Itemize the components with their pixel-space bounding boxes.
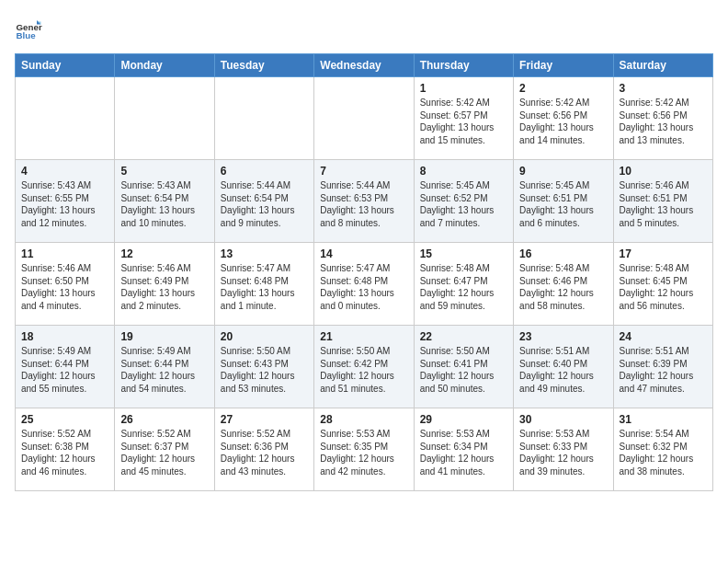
day-cell	[16, 77, 115, 160]
day-number: 2	[519, 82, 607, 95]
day-number: 18	[21, 330, 108, 343]
day-info: Sunrise: 5:45 AM Sunset: 6:52 PM Dayligh…	[420, 179, 507, 229]
day-number: 8	[420, 165, 507, 178]
day-number: 15	[420, 247, 507, 260]
day-info: Sunrise: 5:43 AM Sunset: 6:54 PM Dayligh…	[120, 179, 208, 229]
day-number: 13	[221, 247, 308, 260]
day-cell: 17Sunrise: 5:48 AM Sunset: 6:45 PM Dayli…	[613, 243, 712, 326]
day-info: Sunrise: 5:51 AM Sunset: 6:39 PM Dayligh…	[620, 345, 707, 395]
week-row-1: 1Sunrise: 5:42 AM Sunset: 6:57 PM Daylig…	[16, 77, 713, 160]
day-cell: 24Sunrise: 5:51 AM Sunset: 6:39 PM Dayli…	[613, 326, 712, 408]
day-cell: 7Sunrise: 5:44 AM Sunset: 6:53 PM Daylig…	[314, 160, 414, 243]
day-number: 24	[620, 330, 707, 343]
day-cell: 6Sunrise: 5:44 AM Sunset: 6:54 PM Daylig…	[214, 160, 313, 243]
week-row-2: 4Sunrise: 5:43 AM Sunset: 6:55 PM Daylig…	[16, 160, 713, 243]
day-cell: 30Sunrise: 5:53 AM Sunset: 6:33 PM Dayli…	[514, 408, 613, 491]
header-thursday: Thursday	[414, 54, 513, 77]
day-cell: 3Sunrise: 5:42 AM Sunset: 6:56 PM Daylig…	[613, 77, 712, 160]
day-number: 17	[620, 247, 707, 260]
header: General Blue	[15, 15, 713, 42]
day-info: Sunrise: 5:49 AM Sunset: 6:44 PM Dayligh…	[120, 345, 208, 395]
day-info: Sunrise: 5:48 AM Sunset: 6:47 PM Dayligh…	[420, 262, 507, 312]
calendar-header-row: SundayMondayTuesdayWednesdayThursdayFrid…	[16, 54, 713, 77]
day-number: 11	[21, 247, 108, 260]
day-cell: 31Sunrise: 5:54 AM Sunset: 6:32 PM Dayli…	[613, 408, 712, 491]
day-cell: 4Sunrise: 5:43 AM Sunset: 6:55 PM Daylig…	[16, 160, 115, 243]
day-info: Sunrise: 5:47 AM Sunset: 6:48 PM Dayligh…	[221, 262, 308, 312]
header-tuesday: Tuesday	[214, 54, 313, 77]
header-wednesday: Wednesday	[314, 54, 414, 77]
day-number: 9	[519, 165, 607, 178]
day-info: Sunrise: 5:52 AM Sunset: 6:37 PM Dayligh…	[120, 428, 208, 477]
day-number: 7	[320, 165, 407, 178]
svg-text:Blue: Blue	[17, 30, 37, 40]
day-number: 20	[221, 330, 308, 343]
day-cell: 25Sunrise: 5:52 AM Sunset: 6:38 PM Dayli…	[16, 408, 115, 491]
day-info: Sunrise: 5:52 AM Sunset: 6:36 PM Dayligh…	[221, 428, 308, 477]
day-cell: 5Sunrise: 5:43 AM Sunset: 6:54 PM Daylig…	[115, 160, 214, 243]
day-cell: 28Sunrise: 5:53 AM Sunset: 6:35 PM Dayli…	[314, 408, 414, 491]
day-number: 30	[519, 413, 607, 426]
header-friday: Friday	[514, 54, 613, 77]
week-row-4: 18Sunrise: 5:49 AM Sunset: 6:44 PM Dayli…	[16, 326, 713, 408]
day-number: 28	[320, 413, 407, 426]
day-info: Sunrise: 5:53 AM Sunset: 6:34 PM Dayligh…	[420, 428, 507, 477]
day-info: Sunrise: 5:49 AM Sunset: 6:44 PM Dayligh…	[21, 345, 108, 395]
day-cell	[314, 77, 414, 160]
day-cell: 13Sunrise: 5:47 AM Sunset: 6:48 PM Dayli…	[214, 243, 313, 326]
day-cell: 15Sunrise: 5:48 AM Sunset: 6:47 PM Dayli…	[414, 243, 513, 326]
day-info: Sunrise: 5:54 AM Sunset: 6:32 PM Dayligh…	[620, 428, 707, 477]
day-info: Sunrise: 5:43 AM Sunset: 6:55 PM Dayligh…	[21, 179, 108, 229]
day-cell: 10Sunrise: 5:46 AM Sunset: 6:51 PM Dayli…	[613, 160, 712, 243]
day-cell	[115, 77, 214, 160]
day-number: 26	[120, 413, 208, 426]
day-info: Sunrise: 5:50 AM Sunset: 6:41 PM Dayligh…	[420, 345, 507, 395]
day-cell: 23Sunrise: 5:51 AM Sunset: 6:40 PM Dayli…	[514, 326, 613, 408]
day-info: Sunrise: 5:46 AM Sunset: 6:50 PM Dayligh…	[21, 262, 108, 312]
day-cell: 2Sunrise: 5:42 AM Sunset: 6:56 PM Daylig…	[514, 77, 613, 160]
day-cell	[214, 77, 313, 160]
day-info: Sunrise: 5:42 AM Sunset: 6:57 PM Dayligh…	[420, 97, 507, 146]
day-cell: 27Sunrise: 5:52 AM Sunset: 6:36 PM Dayli…	[214, 408, 313, 491]
day-number: 25	[21, 413, 108, 426]
day-cell: 16Sunrise: 5:48 AM Sunset: 6:46 PM Dayli…	[514, 243, 613, 326]
day-cell: 9Sunrise: 5:45 AM Sunset: 6:51 PM Daylig…	[514, 160, 613, 243]
day-cell: 11Sunrise: 5:46 AM Sunset: 6:50 PM Dayli…	[16, 243, 115, 326]
day-cell: 12Sunrise: 5:46 AM Sunset: 6:49 PM Dayli…	[115, 243, 214, 326]
day-info: Sunrise: 5:53 AM Sunset: 6:33 PM Dayligh…	[519, 428, 607, 477]
day-info: Sunrise: 5:42 AM Sunset: 6:56 PM Dayligh…	[519, 97, 607, 146]
day-number: 6	[221, 165, 308, 178]
day-cell: 29Sunrise: 5:53 AM Sunset: 6:34 PM Dayli…	[414, 408, 513, 491]
day-info: Sunrise: 5:51 AM Sunset: 6:40 PM Dayligh…	[519, 345, 607, 395]
day-number: 31	[620, 413, 707, 426]
day-info: Sunrise: 5:44 AM Sunset: 6:54 PM Dayligh…	[221, 179, 308, 229]
day-info: Sunrise: 5:48 AM Sunset: 6:46 PM Dayligh…	[519, 262, 607, 312]
day-number: 27	[221, 413, 308, 426]
day-info: Sunrise: 5:45 AM Sunset: 6:51 PM Dayligh…	[519, 179, 607, 229]
calendar: SundayMondayTuesdayWednesdayThursdayFrid…	[15, 53, 713, 491]
day-cell: 19Sunrise: 5:49 AM Sunset: 6:44 PM Dayli…	[115, 326, 214, 408]
logo-icon: General Blue	[15, 15, 42, 42]
week-row-3: 11Sunrise: 5:46 AM Sunset: 6:50 PM Dayli…	[16, 243, 713, 326]
header-monday: Monday	[115, 54, 214, 77]
day-info: Sunrise: 5:46 AM Sunset: 6:51 PM Dayligh…	[620, 179, 707, 229]
day-info: Sunrise: 5:44 AM Sunset: 6:53 PM Dayligh…	[320, 179, 407, 229]
day-info: Sunrise: 5:52 AM Sunset: 6:38 PM Dayligh…	[21, 428, 108, 477]
day-number: 29	[420, 413, 507, 426]
day-number: 1	[420, 82, 507, 95]
day-number: 10	[620, 165, 707, 178]
day-number: 3	[620, 82, 707, 95]
day-cell: 18Sunrise: 5:49 AM Sunset: 6:44 PM Dayli…	[16, 326, 115, 408]
day-cell: 21Sunrise: 5:50 AM Sunset: 6:42 PM Dayli…	[314, 326, 414, 408]
day-cell: 26Sunrise: 5:52 AM Sunset: 6:37 PM Dayli…	[115, 408, 214, 491]
day-number: 21	[320, 330, 407, 343]
week-row-5: 25Sunrise: 5:52 AM Sunset: 6:38 PM Dayli…	[16, 408, 713, 491]
day-number: 19	[120, 330, 208, 343]
header-sunday: Sunday	[16, 54, 115, 77]
day-info: Sunrise: 5:42 AM Sunset: 6:56 PM Dayligh…	[620, 97, 707, 146]
day-info: Sunrise: 5:50 AM Sunset: 6:42 PM Dayligh…	[320, 345, 407, 395]
day-info: Sunrise: 5:50 AM Sunset: 6:43 PM Dayligh…	[221, 345, 308, 395]
day-info: Sunrise: 5:53 AM Sunset: 6:35 PM Dayligh…	[320, 428, 407, 477]
day-number: 14	[320, 247, 407, 260]
day-cell: 20Sunrise: 5:50 AM Sunset: 6:43 PM Dayli…	[214, 326, 313, 408]
